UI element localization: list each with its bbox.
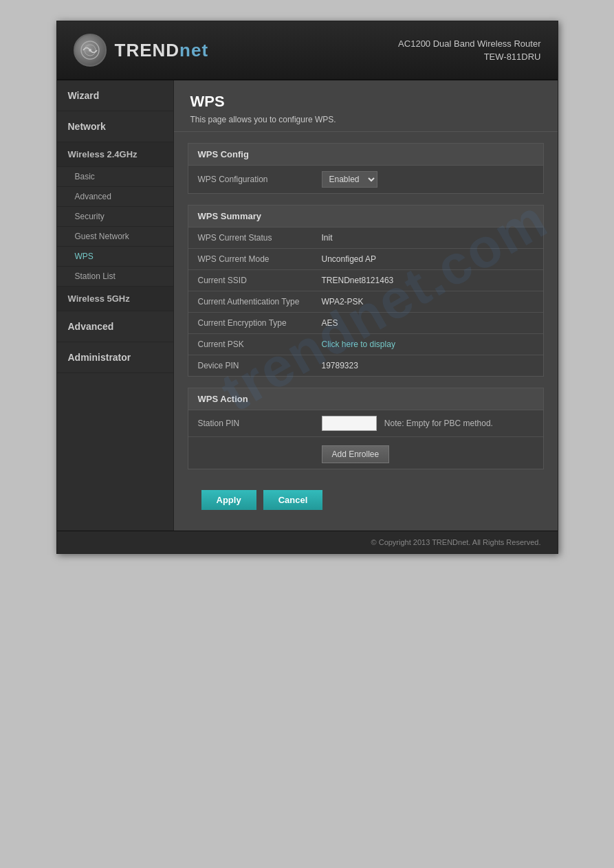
action-bar: Apply Cancel (188, 480, 544, 520)
auth-type-label: Current Authentication Type (188, 291, 312, 313)
apply-button[interactable]: Apply (201, 490, 256, 510)
wps-mode-row: WPS Current Mode Unconfiged AP (188, 249, 543, 270)
station-pin-cell: Note: Empty for PBC method. (312, 410, 543, 437)
wps-action-table: Station PIN Note: Empty for PBC method. … (188, 410, 543, 469)
auth-type-value: WPA2-PSK (312, 291, 543, 313)
encryption-type-row: Current Encryption Type AES (188, 313, 543, 334)
wps-config-table: WPS Configuration Enabled Disabled (188, 166, 543, 193)
wps-configuration-row: WPS Configuration Enabled Disabled (188, 166, 543, 193)
page-title-bar: WPS This page allows you to configure WP… (174, 80, 558, 132)
header: TRENDnet AC1200 Dual Band Wireless Route… (57, 21, 558, 80)
wps-mode-label: WPS Current Mode (188, 249, 312, 270)
wps-status-value: Init (312, 227, 543, 249)
footer: © Copyright 2013 TRENDnet. All Rights Re… (57, 531, 558, 553)
cancel-button[interactable]: Cancel (263, 490, 323, 510)
wps-summary-header: WPS Summary (188, 205, 543, 227)
station-pin-label: Station PIN (188, 410, 312, 437)
device-pin-label: Device PIN (188, 355, 312, 377)
sidebar-item-station-list[interactable]: Station List (57, 267, 173, 287)
wps-configuration-select[interactable]: Enabled Disabled (322, 171, 377, 188)
sidebar-item-advanced-main[interactable]: Advanced (57, 311, 173, 342)
sidebar-item-security[interactable]: Security (57, 207, 173, 227)
wps-action-header: WPS Action (188, 388, 543, 410)
sidebar-item-guest-network[interactable]: Guest Network (57, 227, 173, 247)
device-pin-value: 19789323 (312, 355, 543, 377)
station-pin-row: Station PIN Note: Empty for PBC method. (188, 410, 543, 437)
encryption-type-label: Current Encryption Type (188, 313, 312, 334)
sidebar-item-wizard[interactable]: Wizard (57, 80, 173, 111)
sidebar-item-basic[interactable]: Basic (57, 167, 173, 187)
copyright-text: © Copyright 2013 TRENDnet. All Rights Re… (371, 538, 541, 546)
encryption-type-value: AES (312, 313, 543, 334)
brand-name: TRENDnet (115, 40, 209, 61)
add-enrollee-row: Add Enrollee (188, 437, 543, 469)
device-info: AC1200 Dual Band Wireless Router TEW-811… (398, 37, 540, 64)
station-pin-input[interactable] (322, 416, 377, 431)
current-psk-row: Current PSK Click here to display (188, 334, 543, 355)
page-title: WPS (190, 93, 541, 111)
wps-config-header: WPS Config (188, 144, 543, 166)
logo-area: TRENDnet (74, 34, 209, 67)
wps-status-label: WPS Current Status (188, 227, 312, 249)
wps-status-row: WPS Current Status Init (188, 227, 543, 249)
device-name: AC1200 Dual Band Wireless Router (398, 37, 540, 51)
wps-config-section: WPS Config WPS Configuration Enabled Dis… (188, 143, 544, 194)
content-area: trendnet.com WPS This page allows you to… (174, 80, 558, 531)
content-inner: WPS Config WPS Configuration Enabled Dis… (174, 132, 558, 531)
current-ssid-row: Current SSID TRENDnet8121463 (188, 270, 543, 291)
logo-icon (74, 34, 107, 67)
station-pin-note: Note: Empty for PBC method. (384, 419, 493, 428)
device-pin-row: Device PIN 19789323 (188, 355, 543, 377)
sidebar: Wizard Network Wireless 2.4GHz Basic Adv… (57, 80, 174, 531)
wps-configuration-value: Enabled Disabled (312, 166, 543, 193)
add-enrollee-cell: Add Enrollee (312, 437, 543, 469)
wps-summary-section: WPS Summary WPS Current Status Init WPS … (188, 205, 544, 377)
current-psk-value[interactable]: Click here to display (312, 334, 543, 355)
auth-type-row: Current Authentication Type WPA2-PSK (188, 291, 543, 313)
device-model: TEW-811DRU (398, 50, 540, 64)
svg-point-2 (89, 49, 91, 52)
page-subtitle: This page allows you to configure WPS. (190, 115, 541, 124)
sidebar-item-wireless24[interactable]: Wireless 2.4GHz (57, 142, 173, 167)
sidebar-item-administrator[interactable]: Administrator (57, 342, 173, 373)
current-ssid-value: TRENDnet8121463 (312, 270, 543, 291)
current-psk-label: Current PSK (188, 334, 312, 355)
wps-summary-table: WPS Current Status Init WPS Current Mode… (188, 227, 543, 376)
sidebar-item-network[interactable]: Network (57, 111, 173, 142)
wps-action-section: WPS Action Station PIN Note: Empty for P… (188, 388, 544, 469)
sidebar-item-wireless5[interactable]: Wireless 5GHz (57, 287, 173, 311)
add-enrollee-label-cell (188, 437, 312, 469)
sidebar-item-advanced[interactable]: Advanced (57, 187, 173, 207)
wps-configuration-label: WPS Configuration (188, 166, 312, 193)
wps-mode-value: Unconfiged AP (312, 249, 543, 270)
sidebar-item-wps[interactable]: WPS (57, 247, 173, 267)
current-ssid-label: Current SSID (188, 270, 312, 291)
add-enrollee-button[interactable]: Add Enrollee (322, 445, 390, 463)
